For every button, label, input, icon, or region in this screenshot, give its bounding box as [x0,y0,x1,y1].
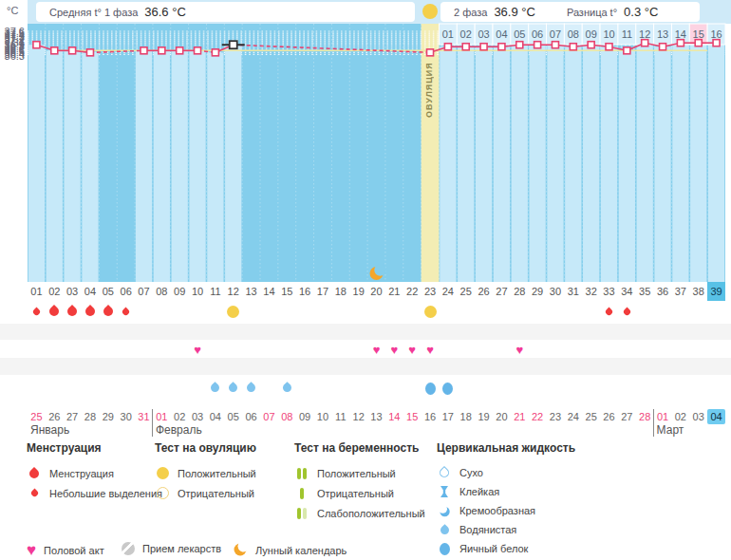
cycle-day-cell[interactable]: 18 [331,282,349,301]
temp-point[interactable] [534,42,541,48]
calendar-date-cell[interactable]: 01 [153,409,171,424]
cycle-day-cell[interactable]: 09 [171,282,189,301]
cycle-day-cell[interactable]: 23 [422,282,440,301]
cycle-day-cell[interactable]: 15 [278,282,296,301]
calendar-date-cell[interactable]: 16 [422,409,440,424]
calendar-date-cell[interactable]: 09 [296,409,314,424]
cycle-day-cell[interactable]: 25 [457,282,475,301]
cycle-day-cell[interactable]: 27 [493,282,511,301]
temp-point[interactable] [444,44,451,50]
temp-point[interactable] [51,47,58,54]
cycle-day-cell[interactable]: 17 [314,282,332,301]
calendar-date-cell[interactable]: 30 [117,409,135,424]
calendar-date-cell[interactable]: 22 [529,409,547,424]
temp-point[interactable] [570,44,576,50]
selected-temp-point[interactable] [230,41,237,48]
calendar-date-cell[interactable]: 19 [475,409,493,424]
calendar-date-cell[interactable]: 10 [314,409,332,424]
temp-point[interactable] [69,47,76,54]
calendar-date-cell[interactable]: 27 [618,409,636,424]
cycle-day-cell[interactable]: 24 [439,282,457,301]
cycle-day-cell[interactable]: 32 [582,282,600,301]
calendar-date-cell[interactable]: 29 [99,409,117,424]
cycle-day-cell[interactable]: 12 [224,282,242,301]
temp-point[interactable] [462,44,469,50]
cycle-day-cell[interactable]: 30 [547,282,565,301]
temp-point[interactable] [624,47,630,54]
temp-point[interactable] [141,47,147,54]
cycle-day-cell[interactable]: 02 [46,282,64,301]
cycle-day-cell[interactable]: 36 [654,282,672,301]
temp-point[interactable] [195,47,201,54]
temp-point[interactable] [606,44,612,50]
calendar-date-cell[interactable]: 12 [349,409,367,424]
temp-point[interactable] [33,42,40,48]
calendar-date-cell[interactable]: 02 [671,409,689,424]
temp-point[interactable] [177,47,183,54]
cycle-day-cell[interactable]: 39 [707,282,725,301]
temp-point[interactable] [642,40,648,47]
cycle-day-cell[interactable]: 16 [296,282,314,301]
cycle-day-cell[interactable]: 04 [82,282,100,301]
temp-point[interactable] [660,44,666,50]
calendar-date-cell[interactable]: 11 [331,409,349,424]
cycle-day-cell[interactable]: 01 [28,282,46,301]
cycle-day-cell[interactable]: 14 [260,282,278,301]
calendar-date-cell[interactable]: 28 [636,409,654,424]
calendar-date-cell[interactable]: 04 [206,409,224,424]
calendar-date-cell[interactable]: 08 [278,409,296,424]
calendar-date-cell[interactable]: 26 [600,409,618,424]
calendar-date-cell[interactable]: 17 [439,409,457,424]
cycle-day-cell[interactable]: 06 [117,282,135,301]
temp-point[interactable] [480,44,487,50]
calendar-date-cell[interactable]: 24 [564,409,582,424]
cycle-day-cell[interactable]: 38 [689,282,707,301]
cycle-day-cell[interactable]: 35 [636,282,654,301]
cycle-day-cell[interactable]: 34 [618,282,636,301]
calendar-date-cell[interactable]: 20 [493,409,511,424]
cycle-day-cell[interactable]: 22 [403,282,422,301]
calendar-date-cell[interactable]: 07 [260,409,278,424]
calendar-date-cell[interactable]: 18 [457,409,475,424]
calendar-date-cell[interactable]: 01 [654,409,672,424]
cycle-day-cell[interactable]: 10 [189,282,207,301]
cycle-day-cell[interactable]: 11 [206,282,224,301]
temp-point[interactable] [86,49,93,56]
temp-point[interactable] [695,40,702,47]
cycle-day-cell[interactable]: 05 [99,282,117,301]
calendar-date-cell[interactable]: 31 [135,409,153,424]
cycle-day-cell[interactable]: 08 [153,282,171,301]
cycle-day-cell[interactable]: 07 [135,282,153,301]
cycle-day-cell[interactable]: 13 [242,282,260,301]
calendar-date-cell[interactable]: 26 [46,409,64,424]
temp-point[interactable] [159,47,165,54]
calendar-date-cell[interactable]: 14 [385,409,403,424]
calendar-date-cell[interactable]: 04 [707,409,725,424]
cycle-day-cell[interactable]: 21 [385,282,403,301]
calendar-date-cell[interactable]: 02 [171,409,189,424]
temp-point[interactable] [677,40,684,47]
temp-point[interactable] [212,49,218,56]
calendar-date-cell[interactable]: 25 [582,409,600,424]
calendar-date-cell[interactable]: 27 [64,409,82,424]
calendar-date-cell[interactable]: 25 [28,409,46,424]
calendar-date-cell[interactable]: 28 [82,409,100,424]
calendar-date-cell[interactable]: 23 [547,409,565,424]
cycle-day-cell[interactable]: 37 [671,282,689,301]
cycle-day-cell[interactable]: 03 [64,282,82,301]
calendar-date-cell[interactable]: 03 [689,409,707,424]
temp-point[interactable] [713,40,720,47]
calendar-date-cell[interactable]: 06 [242,409,260,424]
temp-point[interactable] [552,42,558,48]
calendar-date-cell[interactable]: 03 [189,409,207,424]
temp-point[interactable] [498,44,505,50]
calendar-date-cell[interactable]: 15 [403,409,422,424]
cycle-day-cell[interactable]: 19 [349,282,367,301]
calendar-date-cell[interactable]: 13 [367,409,385,424]
cycle-day-cell[interactable]: 29 [529,282,547,301]
cycle-day-cell[interactable]: 31 [564,282,582,301]
temp-point[interactable] [588,42,594,48]
cycle-day-cell[interactable]: 33 [600,282,618,301]
calendar-date-cell[interactable]: 05 [224,409,242,424]
temp-point[interactable] [516,42,523,48]
